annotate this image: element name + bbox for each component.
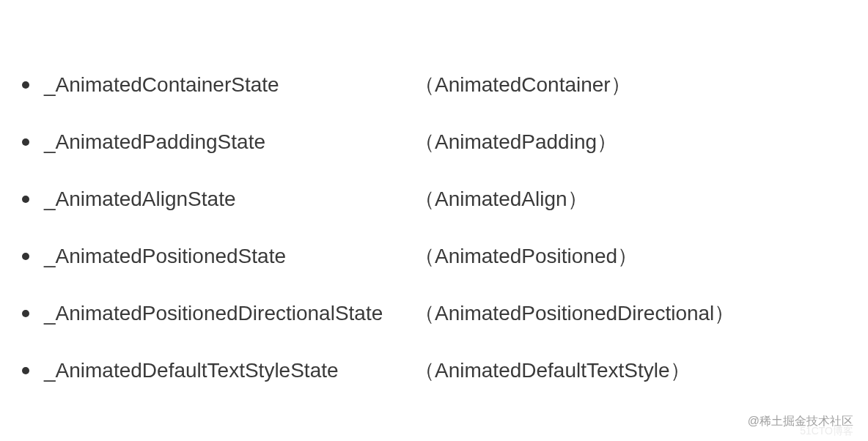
list-item: _AnimatedAlignState （AnimatedAlign） — [22, 188, 846, 211]
bullet-icon — [22, 138, 29, 146]
bullet-icon — [22, 196, 29, 203]
state-class-name: _AnimatedContainerState — [44, 73, 279, 97]
watermark-text-secondary: 51CTO博客 — [800, 425, 853, 438]
list-item: _AnimatedContainerState （AnimatedContain… — [22, 73, 846, 97]
widget-class-name: （AnimatedPositioned） — [414, 242, 638, 270]
state-class-name: _AnimatedPositionedDirectionalState — [44, 302, 383, 325]
list-item: _AnimatedPaddingState （AnimatedPadding） — [22, 130, 846, 154]
widget-class-name: （AnimatedAlign） — [414, 185, 588, 213]
bullet-icon — [22, 367, 29, 374]
state-class-name: _AnimatedPositionedState — [44, 245, 286, 268]
widget-class-name: （AnimatedDefaultTextStyle） — [414, 357, 691, 385]
widget-class-name: （AnimatedPositionedDirectional） — [414, 300, 735, 327]
widget-class-name: （AnimatedContainer） — [414, 71, 631, 99]
bullet-icon — [22, 310, 29, 317]
animated-state-list: _AnimatedContainerState （AnimatedContain… — [22, 73, 846, 382]
state-class-name: _AnimatedDefaultTextStyleState — [44, 359, 339, 382]
state-class-name: _AnimatedAlignState — [44, 188, 236, 211]
list-item: _AnimatedDefaultTextStyleState （Animated… — [22, 359, 846, 382]
list-item: _AnimatedPositionedState （AnimatedPositi… — [22, 245, 846, 268]
widget-class-name: （AnimatedPadding） — [414, 128, 617, 156]
bullet-icon — [22, 81, 29, 89]
state-class-name: _AnimatedPaddingState — [44, 130, 265, 154]
list-item: _AnimatedPositionedDirectionalState （Ani… — [22, 302, 846, 325]
bullet-icon — [22, 253, 29, 260]
